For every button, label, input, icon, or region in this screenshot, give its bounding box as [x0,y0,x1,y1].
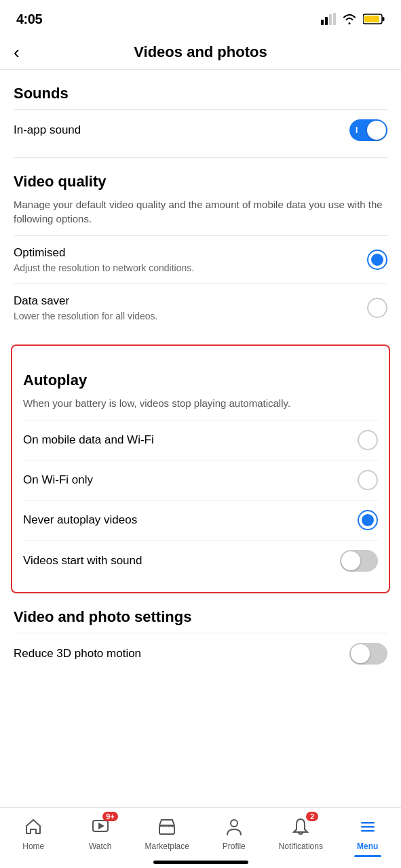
nav-item-watch[interactable]: 9+ Watch [77,814,124,851]
data-saver-row[interactable]: Data saver Lower the resolution for all … [14,283,387,332]
nav-item-notifications[interactable]: 2 Notifications [277,814,324,851]
battery-icon: ⚡ [363,13,385,25]
video-quality-section: Video quality Manage your default video … [14,173,387,332]
page-header: ‹ Videos and photos [0,35,401,70]
never-autoplay-row[interactable]: Never autoplay videos [23,500,378,540]
wifi-only-row[interactable]: On Wi-Fi only [23,460,378,500]
mobile-wifi-label: On mobile data and Wi-Fi [23,433,347,448]
mobile-wifi-radio[interactable] [358,430,378,450]
in-app-sound-row: In-app sound I [14,109,387,151]
optimised-label: Optimised [14,245,356,260]
back-button[interactable]: ‹ [14,42,20,63]
svg-marker-9 [98,823,104,829]
marketplace-icon [157,817,176,836]
nav-item-profile[interactable]: Profile [210,814,258,851]
data-saver-label: Data saver [14,294,356,309]
videos-start-sound-label: Videos start with sound [23,553,329,568]
svg-rect-14 [361,830,375,832]
svg-rect-2 [329,14,332,25]
svg-rect-5 [383,17,385,21]
reduce-3d-row: Reduce 3D photo motion [14,633,387,674]
status-bar: 4:05 ⚡ [0,0,401,35]
page-title: Videos and photos [134,43,267,61]
content-area: Sounds In-app sound I Video quality Mana… [0,85,401,742]
videos-start-sound-toggle[interactable] [340,550,378,572]
in-app-sound-toggle[interactable]: I [349,119,387,141]
optimised-radio[interactable] [367,250,387,270]
autoplay-section: Autoplay When your battery is low, video… [11,344,390,593]
autoplay-description: When your battery is low, videos stop pl… [23,396,378,410]
wifi-only-label: On Wi-Fi only [23,473,347,488]
svg-rect-12 [361,822,375,824]
wifi-icon [341,13,358,25]
video-photo-settings-section: Video and photo settings Reduce 3D photo… [14,608,387,674]
menu-icon [358,817,377,836]
divider-1 [14,157,387,158]
videos-start-sound-row: Videos start with sound [23,540,378,581]
profile-icon [225,817,244,836]
svg-point-11 [231,820,237,827]
home-indicator [153,861,248,864]
marketplace-nav-label: Marketplace [145,842,189,851]
notifications-badge: 2 [306,812,318,821]
sounds-section-title: Sounds [14,85,387,102]
video-quality-title: Video quality [14,173,387,191]
nav-item-marketplace[interactable]: Marketplace [143,814,191,851]
optimised-row[interactable]: Optimised Adjust the resolution to netwo… [14,235,387,283]
video-photo-settings-title: Video and photo settings [14,608,387,626]
watch-nav-label: Watch [89,842,112,851]
never-autoplay-label: Never autoplay videos [23,513,347,528]
reduce-3d-label: Reduce 3D photo motion [14,646,339,661]
status-icons: ⚡ [321,13,385,25]
profile-nav-label: Profile [223,842,246,851]
in-app-sound-label: In-app sound [14,123,81,136]
optimised-sublabel: Adjust the resolution to network conditi… [14,262,356,274]
never-autoplay-radio[interactable] [358,510,378,530]
sounds-section: Sounds In-app sound I [14,85,387,151]
menu-nav-label: Menu [357,842,378,851]
notifications-nav-label: Notifications [279,842,323,851]
autoplay-title: Autoplay [23,372,378,389]
menu-active-indicator [354,855,381,857]
svg-rect-1 [325,17,328,25]
svg-rect-3 [333,13,336,25]
home-icon [24,817,43,836]
signal-icon [321,13,336,25]
status-time: 4:05 [16,12,42,27]
mobile-wifi-row[interactable]: On mobile data and Wi-Fi [23,420,378,460]
video-quality-description: Manage your default video quality and th… [14,197,387,226]
nav-item-home[interactable]: Home [9,814,57,851]
reduce-3d-toggle[interactable] [349,643,387,665]
svg-rect-0 [321,20,324,25]
wifi-only-radio[interactable] [358,470,378,490]
bottom-nav: Home 9+ Watch Marketplace [0,807,401,868]
watch-badge: 9+ [102,812,118,821]
nav-item-menu[interactable]: Menu [344,814,392,857]
data-saver-radio[interactable] [367,298,387,318]
data-saver-sublabel: Lower the resolution for all videos. [14,310,356,322]
svg-text:⚡: ⚡ [368,16,377,24]
home-nav-label: Home [22,842,44,851]
svg-rect-13 [361,826,375,828]
